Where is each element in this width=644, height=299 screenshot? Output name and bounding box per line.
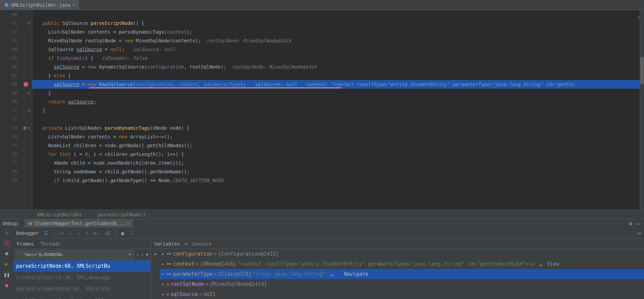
gutter-line[interactable]: 62 — [0, 28, 32, 36]
code-line[interactable]: if (isDynamic) { isDynamic: false — [32, 54, 644, 62]
code-line[interactable] — [32, 10, 644, 19]
gutter-line[interactable]: 77 — [0, 159, 32, 167]
variable-row[interactable]: ▶≡ sqlSource = null — [160, 289, 644, 299]
next-frame-icon[interactable]: ↓ — [141, 252, 144, 257]
prev-frame-icon[interactable]: ↑ — [136, 252, 139, 257]
gutter-line[interactable]: 69⊟ — [0, 89, 32, 97]
code-line[interactable]: } else { — [32, 71, 644, 80]
fold-icon[interactable]: ⊟ — [28, 124, 30, 132]
settings-icon[interactable]: ⚙ — [629, 220, 633, 227]
code-line[interactable]: private List<SqlNode> parseDynamicTags(X… — [32, 124, 644, 132]
gutter-line[interactable]: 74 — [0, 132, 32, 141]
breakpoint-icon[interactable] — [23, 82, 28, 87]
gutter-line[interactable]: 60 — [0, 10, 32, 19]
code-line[interactable]: for (int i = 0; i < children.getLength()… — [32, 150, 644, 159]
gutter-line[interactable]: 72 — [0, 115, 32, 124]
gutter-line[interactable]: 75 — [0, 141, 32, 150]
gutter-line[interactable]: 66 — [0, 62, 32, 71]
show-exec-point-icon[interactable]: ☰ — [44, 230, 48, 236]
view-link[interactable]: View — [547, 259, 559, 269]
stack-frame[interactable]: parseStatementNode:94, XMLState — [13, 283, 151, 295]
expand-icon[interactable]: ▶ — [161, 279, 165, 289]
variable-row[interactable]: ▶👓 context = {XNode@1416} "<select resul… — [160, 259, 644, 269]
close-tab-icon[interactable]: × — [72, 2, 75, 7]
code-line[interactable] — [32, 115, 644, 124]
breadcrumb[interactable]: XMLScriptBuilder 〉 parseScriptNode() — [0, 210, 644, 219]
code-line[interactable]: MixedSqlNode rootSqlNode = new MixedSqlN… — [32, 36, 644, 45]
close-session-icon[interactable]: × — [127, 221, 129, 226]
code-line[interactable]: sqlSource = new RawSqlSource(configurati… — [32, 80, 644, 89]
minimize-icon[interactable]: — — [636, 220, 640, 227]
rerun-icon[interactable]: ↻ — [5, 229, 8, 236]
scrollbar[interactable] — [640, 10, 644, 210]
code-line[interactable]: NodeList children = node.getNode().getCh… — [32, 141, 644, 150]
gutter-line[interactable]: 76 — [0, 150, 32, 159]
code-line[interactable]: } — [32, 106, 644, 115]
evaluate-icon[interactable]: ▦ — [121, 230, 124, 236]
expand-icon[interactable]: ▶ — [161, 269, 165, 279]
gutter-line[interactable]: 63 — [0, 36, 32, 45]
code-line[interactable]: public SqlSource parseScriptNode() { — [32, 19, 644, 28]
stop-icon[interactable]: ■ — [5, 283, 8, 288]
variable-row[interactable]: ▶👓 parameterType = {Class@324} "class ja… — [160, 269, 644, 279]
fold-icon[interactable]: ⊟ — [28, 89, 30, 97]
gutter-line[interactable]: 70 — [0, 97, 32, 106]
more-icon[interactable]: ☰ — [129, 230, 134, 236]
code-line[interactable]: if (child.getNode().getNodeType() == Nod… — [32, 176, 644, 185]
thread-dropdown[interactable]: ✓ "main"@…RUNNING ▾ — [15, 250, 134, 259]
code-line[interactable]: List<SqlNode> contents = parseDynamicTag… — [32, 28, 644, 36]
variable-row[interactable]: ▶≡ rootSqlNode = {MixedSqlNode@1414} — [160, 279, 644, 289]
code-line[interactable]: } — [32, 89, 644, 97]
code-editor[interactable]: 6061⊟6263646566676869⊟7071⊟7273⊟@7475767… — [0, 10, 644, 210]
stack-frame[interactable]: buildStatementFromContext:132, — [13, 295, 151, 299]
code-line[interactable]: XNode child = node.newXNode(children.ite… — [32, 159, 644, 167]
expand-icon[interactable]: ▶ — [161, 249, 165, 259]
step-over-icon[interactable]: ⤻ — [59, 230, 63, 236]
code-line[interactable]: String nodeName = child.getNode().getNod… — [32, 167, 644, 176]
gutter-line[interactable]: 68 — [0, 80, 32, 89]
step-out-icon[interactable]: ↑ — [85, 230, 88, 236]
gutter-line[interactable]: 64 — [0, 45, 32, 54]
view-breakpoints-icon[interactable]: ◉ — [5, 250, 8, 256]
layout-icon[interactable]: ▭ — [638, 230, 641, 236]
debugger-tab[interactable]: Debugger — [16, 230, 39, 236]
gutter-line[interactable]: 67 — [0, 71, 32, 80]
gutter-line[interactable]: 79 — [0, 176, 32, 185]
breadcrumb-class[interactable]: XMLScriptBuilder — [37, 212, 82, 217]
gutter-line[interactable]: 78 — [0, 167, 32, 176]
code-line[interactable]: return sqlSource; — [32, 97, 644, 106]
fold-icon[interactable]: ⊟ — [28, 19, 30, 28]
fold-icon[interactable]: ⊟ — [28, 106, 30, 115]
force-step-into-icon[interactable]: ↓ — [77, 230, 80, 236]
gutter-line[interactable]: 61⊟ — [0, 19, 32, 28]
debug-session-tab[interactable]: StudentMapperTest.getStudentB... × — [24, 219, 133, 227]
code-body[interactable]: public SqlSource parseScriptNode() { Lis… — [32, 10, 644, 210]
frames-tab[interactable]: Frames — [17, 241, 34, 247]
pause-icon[interactable]: ❚❚ — [4, 272, 10, 278]
navigate-link[interactable]: Navigate — [344, 269, 368, 279]
filter-frames-icon[interactable]: ▼ — [146, 252, 149, 257]
stack-frame[interactable]: createSqlSource:36, XMLLanguage — [13, 272, 151, 283]
resume-icon[interactable]: ▶ — [5, 261, 8, 267]
variable-row[interactable]: ▶👓 configuration = {Configuration@1415} — [160, 249, 644, 259]
breadcrumb-method[interactable]: parseScriptNode() — [98, 212, 146, 217]
code-line[interactable]: SqlSource sqlSource = null; sqlSource: n… — [32, 45, 644, 54]
drop-frame-icon[interactable]: ✶↓ — [94, 230, 99, 236]
frame-list[interactable]: parseScriptNode:68, XMLScriptBucreateSql… — [13, 260, 151, 299]
variable-tree[interactable]: ▶👓 configuration = {Configuration@1415}▶… — [160, 249, 644, 299]
expand-icon[interactable]: ▶ — [161, 289, 165, 299]
file-tab[interactable]: C XMLScriptBuilder.java × — [0, 0, 79, 10]
add-watch-icon[interactable]: + — [154, 251, 157, 257]
stack-frame[interactable]: parseScriptNode:68, XMLScriptBu — [13, 260, 151, 272]
console-tab[interactable]: ▶_ Console — [185, 241, 211, 247]
run-to-cursor-icon[interactable]: →I — [105, 230, 110, 236]
code-line[interactable]: sqlSource = new DynamicSqlSource(configu… — [32, 62, 644, 71]
gutter-line[interactable]: 65 — [0, 54, 32, 62]
variables-tab[interactable]: Variables — [154, 241, 180, 247]
expand-icon[interactable]: ▶ — [161, 259, 165, 269]
gutter-line[interactable]: 71⊟ — [0, 106, 32, 115]
threads-tab[interactable]: Threads — [41, 241, 60, 247]
scroll-thumb[interactable] — [640, 57, 644, 84]
code-line[interactable]: List<SqlNode> contents = new ArrayList<~… — [32, 132, 644, 141]
step-into-icon[interactable]: ↓ — [69, 230, 71, 236]
